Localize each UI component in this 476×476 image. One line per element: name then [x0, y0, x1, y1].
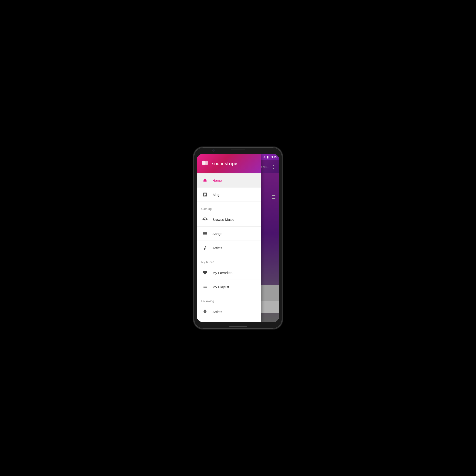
- phone-screen: 9:29 d Mu... ⋮ ☰ eo. ic LICENSE: [197, 154, 279, 322]
- nav-item-artists[interactable]: Artists: [197, 241, 261, 255]
- nav-item-following-playlists[interactable]: Playlists: [197, 319, 261, 322]
- nav-item-songs[interactable]: Songs: [197, 227, 261, 241]
- blog-icon: [201, 191, 209, 198]
- logo-brand: sound: [212, 161, 225, 166]
- following-section-header: Following: [197, 296, 261, 305]
- browse-music-label: Browse Music: [212, 218, 234, 221]
- home-icon: [201, 177, 209, 184]
- logo-bold: stripe: [225, 161, 237, 166]
- microphone-icon: [201, 308, 209, 315]
- soundstripe-logo-icon: [201, 160, 209, 166]
- playlist-icon: [201, 283, 209, 290]
- nav-item-following-artists[interactable]: Artists: [197, 305, 261, 319]
- songs-label: Songs: [212, 232, 222, 236]
- nav-item-browse-music[interactable]: Browse Music: [197, 212, 261, 227]
- front-camera: [212, 149, 215, 152]
- catalog-section-header: Catalog: [197, 204, 261, 212]
- home-label: Home: [212, 178, 222, 183]
- following-artists-label: Artists: [212, 310, 222, 314]
- nav-item-my-favorites[interactable]: My Favorites: [197, 266, 261, 280]
- battery-icon: [266, 155, 270, 159]
- nav-drawer: soundstripe Home Blog: [197, 154, 261, 322]
- my-music-section-header: My Music: [197, 257, 261, 266]
- phone-notch: [231, 149, 245, 150]
- svg-point-1: [204, 161, 208, 165]
- nav-item-home[interactable]: Home: [197, 173, 261, 187]
- nav-item-blog[interactable]: Blog: [197, 187, 261, 202]
- heart-icon: [201, 269, 209, 276]
- artists-catalog-label: Artists: [212, 246, 222, 250]
- logo-icon: [201, 160, 209, 167]
- blog-label: Blog: [212, 193, 220, 197]
- phone-frame: 9:29 d Mu... ⋮ ☰ eo. ic LICENSE: [194, 147, 282, 329]
- songs-icon: [201, 230, 209, 237]
- logo-text: soundstripe: [212, 161, 237, 166]
- my-playlist-label: My Playlist: [212, 285, 229, 289]
- drawer-header: soundstripe: [197, 154, 261, 173]
- headphones-icon: [201, 216, 209, 223]
- status-time: 9:29: [272, 156, 277, 158]
- signal-icon: [262, 156, 265, 158]
- home-bar: [229, 326, 247, 327]
- artists-catalog-icon: [201, 244, 209, 252]
- nav-item-my-playlist[interactable]: My Playlist: [197, 280, 261, 294]
- my-favorites-label: My Favorites: [212, 271, 232, 275]
